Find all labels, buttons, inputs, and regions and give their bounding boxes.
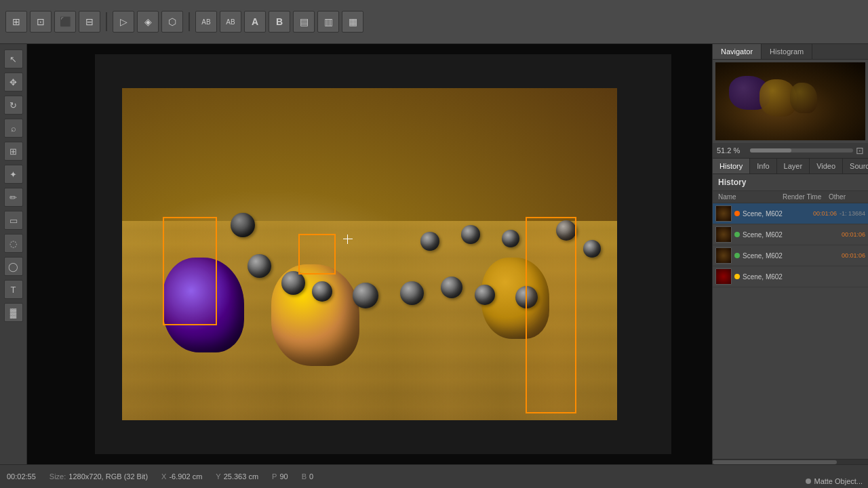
col-time-header: Other <box>829 193 863 201</box>
tool-gradient[interactable]: ▓ <box>4 303 23 322</box>
toolbar-btn-a[interactable]: A <box>244 11 266 33</box>
x-label: X <box>161 472 166 481</box>
tab-info[interactable]: Info <box>750 159 776 174</box>
sphere-12 <box>502 230 519 247</box>
black-bar-bottom <box>95 454 671 464</box>
hist-thumb-1 <box>715 205 732 222</box>
toolbar-btn-grid3[interactable]: ▦ <box>342 11 363 33</box>
toolbar-btn-camera[interactable]: ◈ <box>137 11 159 33</box>
sphere-14 <box>583 240 601 258</box>
tool-zoom[interactable]: ⌕ <box>4 119 23 138</box>
col-name-header: Name <box>718 193 777 201</box>
tab-histogram[interactable]: Histogram <box>762 44 812 59</box>
sphere-1 <box>248 254 271 278</box>
status-bar: 00:02:55 Size: 1280x720, RGB (32 Bit) X … <box>0 464 868 488</box>
y-label: Y <box>216 472 220 481</box>
threshold-text: Matte Object... <box>814 477 863 485</box>
tool-eyedrop[interactable]: ✦ <box>4 165 23 184</box>
status-p: P 90 <box>272 472 288 481</box>
selection-box-2 <box>298 234 336 274</box>
hist-name-2: Scene, M602 <box>743 231 839 239</box>
hist-render-2: 00:01:06 <box>842 231 865 238</box>
hist-render-3: 00:01:06 <box>842 252 865 259</box>
selection-box-1 <box>163 217 217 325</box>
toolbar-btn-ab2[interactable]: AB <box>220 11 241 33</box>
col-render-header: Render Time <box>783 193 823 201</box>
zoom-slider-fill <box>750 148 791 152</box>
tab-layer[interactable]: Layer <box>777 159 810 174</box>
status-x: X -6.902 cm <box>161 472 202 481</box>
hist-thumb-3 <box>715 247 732 264</box>
tab-navigator[interactable]: Navigator <box>713 44 762 59</box>
tool-select[interactable]: ↖ <box>4 49 23 68</box>
sphere-3 <box>312 281 332 302</box>
p-label: P <box>272 472 277 481</box>
tool-lasso[interactable]: ◌ <box>4 234 23 253</box>
hist-other-1: -1: 13684 <box>840 210 865 217</box>
hist-name-1: Scene, M602 <box>743 210 810 218</box>
sphere-9 <box>231 213 255 237</box>
render-image <box>122 88 617 420</box>
tool-move[interactable]: ✥ <box>4 73 23 92</box>
toolbar-btn-b[interactable]: B <box>269 11 290 33</box>
toolbar-btn-4[interactable]: ⊟ <box>79 11 100 33</box>
hist-dot-4 <box>734 274 740 279</box>
tool-paint[interactable]: ✏ <box>4 188 23 207</box>
hist-thumb-img-3 <box>716 248 731 263</box>
render-scene <box>122 88 617 420</box>
hist-name-4: Scene, M602 <box>743 273 865 281</box>
zoom-expand-icon[interactable]: ⊡ <box>856 145 864 156</box>
toolbar-sep-1 <box>106 12 107 31</box>
toolbar-btn-3[interactable]: ⬛ <box>54 11 76 33</box>
history-item-4[interactable]: Scene, M602 <box>713 266 868 287</box>
toolbar-btn-1[interactable]: ⊞ <box>5 11 27 33</box>
toolbar-btn-ab1[interactable]: AB <box>195 11 217 33</box>
tool-rotate[interactable]: ↻ <box>4 96 23 115</box>
black-bar-top <box>95 44 671 54</box>
history-tabs: History Info Layer Video Source <box>713 159 868 174</box>
history-item-3[interactable]: Scene, M602 00:01:06 <box>713 245 868 266</box>
toolbar-btn-grid1[interactable]: ▤ <box>293 11 315 33</box>
right-panel: Navigator Histogram 51.2 % ⊡ History Inf… <box>712 44 868 464</box>
hist-thumb-2 <box>715 226 732 243</box>
tab-video[interactable]: Video <box>810 159 843 174</box>
tab-source[interactable]: Source <box>843 159 868 174</box>
tool-text[interactable]: T <box>4 280 23 299</box>
size-label: Size: <box>50 472 66 481</box>
time-value: 00:02:55 <box>7 472 36 481</box>
history-item-2[interactable]: Scene, M602 00:01:06 <box>713 224 868 245</box>
history-item-1[interactable]: Scene, M602 00:01:06 -1: 13684 <box>713 203 868 224</box>
panel-scrollbar[interactable] <box>713 459 868 464</box>
hist-thumb-4 <box>715 268 732 285</box>
b-label: B <box>302 472 307 481</box>
toolbar-sep-2 <box>189 12 190 31</box>
main-area: ↖ ✥ ↻ ⌕ ⊞ ✦ ✏ ▭ ◌ ◯ T ▓ <box>0 44 868 464</box>
hist-dot-1 <box>734 211 740 216</box>
hist-dot-3 <box>734 253 740 258</box>
tool-crop[interactable]: ⊞ <box>4 142 23 161</box>
p-value: 90 <box>279 472 288 481</box>
viewport-image <box>27 44 712 464</box>
y-value: 25.363 cm <box>224 472 258 481</box>
tool-rect[interactable]: ▭ <box>4 211 23 230</box>
nav-preview-image <box>715 62 865 140</box>
sphere-10 <box>420 232 439 251</box>
hist-name-3: Scene, M602 <box>743 252 839 260</box>
toolbar-btn-2[interactable]: ⊡ <box>30 11 52 33</box>
tab-history[interactable]: History <box>713 159 750 174</box>
toolbar-btn-grid2[interactable]: ▥ <box>317 11 339 33</box>
navigator-preview <box>715 62 865 140</box>
zoom-slider[interactable] <box>750 148 853 152</box>
sphere-7 <box>475 285 495 305</box>
black-bar-left <box>27 44 95 464</box>
navigator-tabs: Navigator Histogram <box>713 44 868 60</box>
viewport-container[interactable] <box>27 44 712 464</box>
threshold-area: Matte Object... <box>806 477 863 485</box>
tool-shape[interactable]: ◯ <box>4 257 23 276</box>
status-y: Y 25.363 cm <box>216 472 258 481</box>
hist-thumb-img-4 <box>716 269 731 284</box>
scrollbar-thumb[interactable] <box>713 460 837 464</box>
toolbar-btn-view[interactable]: ▷ <box>113 11 134 33</box>
sphere-2 <box>281 271 305 295</box>
toolbar-btn-hex[interactable]: ⬡ <box>161 11 183 33</box>
